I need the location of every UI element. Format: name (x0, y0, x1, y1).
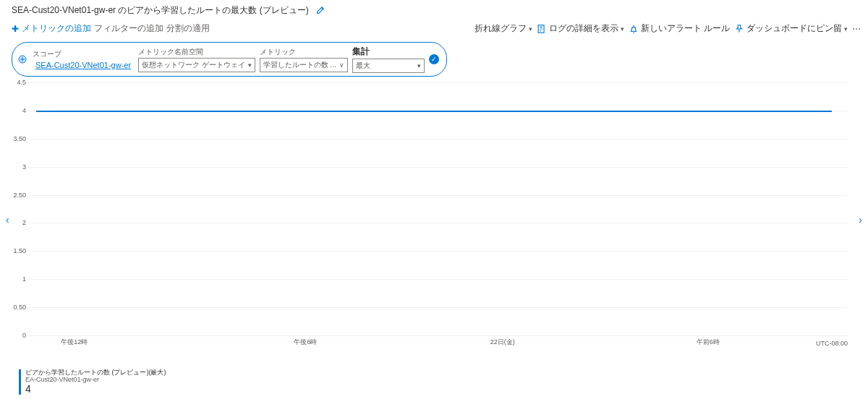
chart-panel: ‹ › 4.543.5032.5021.5010.500 UTC-08:00 午… (6, 82, 862, 357)
chart-type-label: 折れ線グラフ (475, 22, 527, 35)
metric-label: メトリック (260, 47, 348, 57)
apply-split-link[interactable]: 分割の適用 (166, 22, 210, 35)
legend-series-value: 4 (25, 384, 166, 395)
gridline (27, 82, 848, 83)
chevron-down-icon: ▾ (844, 25, 848, 33)
namespace-select[interactable]: 仮想ネットワーク ゲートウェイ▾ (138, 58, 255, 72)
y-axis-tick: 2 (10, 219, 26, 226)
new-alert-button[interactable]: 新しいアラート ルール (629, 22, 730, 35)
chevron-down-icon: ∨ (339, 61, 344, 69)
y-axis-tick: 3.50 (10, 135, 26, 142)
y-axis-tick: 3 (10, 163, 26, 171)
y-axis-tick: 2.50 (10, 192, 26, 199)
drill-logs-button[interactable]: ログの詳細を表示 ▾ (537, 22, 624, 35)
chevron-down-icon: ▾ (417, 62, 421, 69)
gridline (27, 167, 848, 168)
gridline (27, 251, 848, 252)
pin-dashboard-label: ダッシュボードにピン留 (746, 22, 842, 35)
y-axis-tick: 1 (10, 275, 26, 283)
edit-icon[interactable] (316, 5, 326, 17)
chart-area[interactable]: 4.543.5032.5021.5010.500 (27, 82, 848, 335)
page-title: SEA-Cust20-VNet01-gw-er のピアから学習したルートの最大数… (12, 4, 309, 17)
more-menu[interactable]: ⋯ (852, 24, 861, 34)
gridline (27, 195, 848, 196)
new-alert-label: 新しいアラート ルール (641, 22, 730, 35)
legend-series-resource: EA-Cust20-VNet01-gw-er (25, 377, 166, 384)
aggregation-select[interactable]: 最大▾ (352, 59, 425, 73)
y-axis-tick: 1.50 (10, 247, 26, 254)
add-metric-button[interactable]: ✚ メトリックの追加 (12, 22, 91, 35)
pin-dashboard-button[interactable]: ダッシュボードにピン留 ▾ (734, 22, 848, 35)
gridline (27, 335, 848, 336)
y-axis-tick: 4.5 (10, 79, 26, 86)
aggregation-label: 集計 (352, 46, 425, 58)
check-icon: ✓ (429, 54, 439, 64)
chart-legend: ピアから学習したルートの数 (プレビュー)(最大) EA-Cust20-VNet… (19, 369, 166, 395)
y-axis-tick: 0 (10, 332, 26, 339)
scope-value[interactable]: SEA-Cust20-VNet01-gw-er (33, 60, 134, 70)
add-metric-label: メトリックの追加 (22, 22, 91, 35)
y-axis-tick: 0.50 (10, 304, 26, 311)
drill-logs-label: ログの詳細を表示 (549, 22, 618, 35)
gridline (27, 279, 848, 280)
aggregation-value: 最大 (356, 61, 370, 71)
metric-select[interactable]: 学習したルートの数 ...∨ (260, 58, 348, 72)
gridline (27, 223, 848, 223)
gridline (27, 307, 848, 308)
chevron-down-icon: ▾ (529, 25, 532, 33)
gridline (27, 139, 848, 140)
chart-type-dropdown[interactable]: 折れ線グラフ ▾ (475, 22, 532, 35)
x-axis-tick: 午前6時 (697, 338, 720, 347)
resource-icon (17, 53, 28, 65)
series-line (36, 111, 832, 112)
x-axis-tick: 22日(金) (490, 338, 515, 347)
scope-label: スコープ (33, 49, 134, 59)
timezone-label: UTC-08:00 (816, 340, 848, 347)
y-axis-tick: 4 (10, 107, 26, 114)
add-filter-link[interactable]: フィルターの追加 (94, 22, 163, 35)
namespace-value: 仮想ネットワーク ゲートウェイ (142, 60, 245, 70)
x-axis-tick: 午後12時 (61, 338, 88, 347)
metric-config-pill: スコープ SEA-Cust20-VNet01-gw-er メトリック名前空間 仮… (12, 42, 447, 77)
chevron-down-icon: ▾ (621, 25, 624, 33)
plus-icon: ✚ (12, 24, 19, 34)
legend-color-bar (19, 369, 21, 395)
chevron-down-icon: ▾ (248, 61, 252, 69)
namespace-label: メトリック名前空間 (138, 47, 255, 57)
x-axis-tick: 午後6時 (294, 338, 317, 347)
metric-value: 学習したルートの数 ... (263, 60, 336, 70)
chart-next-button[interactable]: › (856, 211, 865, 228)
